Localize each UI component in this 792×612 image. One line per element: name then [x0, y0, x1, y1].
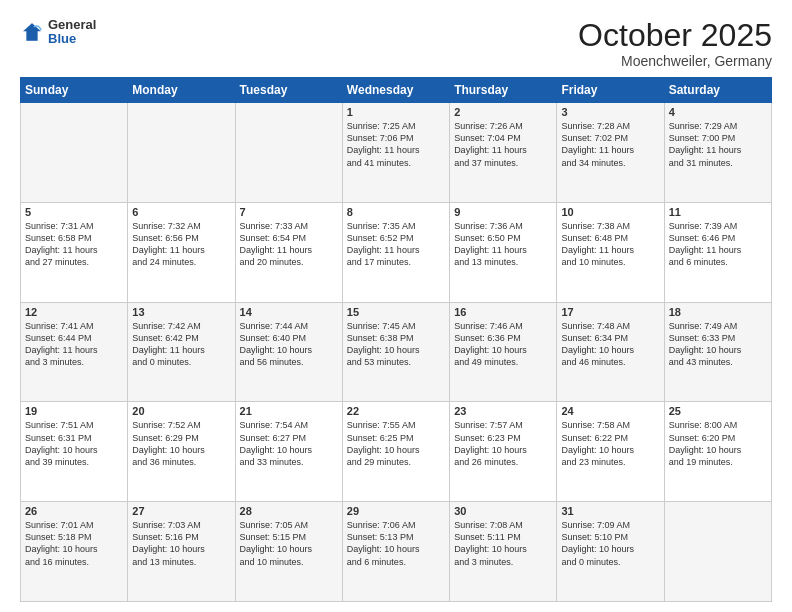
- day-number: 26: [25, 505, 123, 517]
- calendar-cell: 23Sunrise: 7:57 AM Sunset: 6:23 PM Dayli…: [450, 402, 557, 502]
- calendar-cell: 12Sunrise: 7:41 AM Sunset: 6:44 PM Dayli…: [21, 302, 128, 402]
- day-number: 17: [561, 306, 659, 318]
- cell-info: Sunrise: 7:08 AM Sunset: 5:11 PM Dayligh…: [454, 519, 552, 568]
- calendar-cell: 1Sunrise: 7:25 AM Sunset: 7:06 PM Daylig…: [342, 103, 449, 203]
- calendar-cell: 5Sunrise: 7:31 AM Sunset: 6:58 PM Daylig…: [21, 202, 128, 302]
- cell-info: Sunrise: 7:46 AM Sunset: 6:36 PM Dayligh…: [454, 320, 552, 369]
- cell-info: Sunrise: 7:31 AM Sunset: 6:58 PM Dayligh…: [25, 220, 123, 269]
- weekday-header-sunday: Sunday: [21, 78, 128, 103]
- cell-info: Sunrise: 7:36 AM Sunset: 6:50 PM Dayligh…: [454, 220, 552, 269]
- week-row-1: 1Sunrise: 7:25 AM Sunset: 7:06 PM Daylig…: [21, 103, 772, 203]
- cell-info: Sunrise: 7:45 AM Sunset: 6:38 PM Dayligh…: [347, 320, 445, 369]
- logo-text: General Blue: [48, 18, 96, 47]
- day-number: 4: [669, 106, 767, 118]
- cell-info: Sunrise: 7:57 AM Sunset: 6:23 PM Dayligh…: [454, 419, 552, 468]
- cell-info: Sunrise: 7:03 AM Sunset: 5:16 PM Dayligh…: [132, 519, 230, 568]
- weekday-header-tuesday: Tuesday: [235, 78, 342, 103]
- day-number: 19: [25, 405, 123, 417]
- calendar-cell: 7Sunrise: 7:33 AM Sunset: 6:54 PM Daylig…: [235, 202, 342, 302]
- cell-info: Sunrise: 7:44 AM Sunset: 6:40 PM Dayligh…: [240, 320, 338, 369]
- week-row-4: 19Sunrise: 7:51 AM Sunset: 6:31 PM Dayli…: [21, 402, 772, 502]
- calendar-cell: 27Sunrise: 7:03 AM Sunset: 5:16 PM Dayli…: [128, 502, 235, 602]
- calendar-cell: 29Sunrise: 7:06 AM Sunset: 5:13 PM Dayli…: [342, 502, 449, 602]
- cell-info: Sunrise: 7:26 AM Sunset: 7:04 PM Dayligh…: [454, 120, 552, 169]
- day-number: 29: [347, 505, 445, 517]
- page-header: General Blue October 2025 Moenchweiler, …: [20, 18, 772, 69]
- day-number: 9: [454, 206, 552, 218]
- calendar-cell: 26Sunrise: 7:01 AM Sunset: 5:18 PM Dayli…: [21, 502, 128, 602]
- calendar-cell: 16Sunrise: 7:46 AM Sunset: 6:36 PM Dayli…: [450, 302, 557, 402]
- logo: General Blue: [20, 18, 96, 47]
- day-number: 16: [454, 306, 552, 318]
- week-row-2: 5Sunrise: 7:31 AM Sunset: 6:58 PM Daylig…: [21, 202, 772, 302]
- day-number: 31: [561, 505, 659, 517]
- cell-info: Sunrise: 7:38 AM Sunset: 6:48 PM Dayligh…: [561, 220, 659, 269]
- calendar-cell: [235, 103, 342, 203]
- day-number: 18: [669, 306, 767, 318]
- calendar-cell: 18Sunrise: 7:49 AM Sunset: 6:33 PM Dayli…: [664, 302, 771, 402]
- cell-info: Sunrise: 7:48 AM Sunset: 6:34 PM Dayligh…: [561, 320, 659, 369]
- calendar-cell: 11Sunrise: 7:39 AM Sunset: 6:46 PM Dayli…: [664, 202, 771, 302]
- cell-info: Sunrise: 7:25 AM Sunset: 7:06 PM Dayligh…: [347, 120, 445, 169]
- day-number: 10: [561, 206, 659, 218]
- calendar-cell: 22Sunrise: 7:55 AM Sunset: 6:25 PM Dayli…: [342, 402, 449, 502]
- cell-info: Sunrise: 7:05 AM Sunset: 5:15 PM Dayligh…: [240, 519, 338, 568]
- calendar-cell: 28Sunrise: 7:05 AM Sunset: 5:15 PM Dayli…: [235, 502, 342, 602]
- day-number: 25: [669, 405, 767, 417]
- cell-info: Sunrise: 7:52 AM Sunset: 6:29 PM Dayligh…: [132, 419, 230, 468]
- weekday-header-wednesday: Wednesday: [342, 78, 449, 103]
- logo-icon: [20, 20, 44, 44]
- day-number: 15: [347, 306, 445, 318]
- cell-info: Sunrise: 7:29 AM Sunset: 7:00 PM Dayligh…: [669, 120, 767, 169]
- day-number: 28: [240, 505, 338, 517]
- calendar-cell: 14Sunrise: 7:44 AM Sunset: 6:40 PM Dayli…: [235, 302, 342, 402]
- day-number: 22: [347, 405, 445, 417]
- calendar-cell: 21Sunrise: 7:54 AM Sunset: 6:27 PM Dayli…: [235, 402, 342, 502]
- calendar-cell: 9Sunrise: 7:36 AM Sunset: 6:50 PM Daylig…: [450, 202, 557, 302]
- weekday-header-saturday: Saturday: [664, 78, 771, 103]
- cell-info: Sunrise: 7:55 AM Sunset: 6:25 PM Dayligh…: [347, 419, 445, 468]
- cell-info: Sunrise: 7:49 AM Sunset: 6:33 PM Dayligh…: [669, 320, 767, 369]
- cell-info: Sunrise: 7:42 AM Sunset: 6:42 PM Dayligh…: [132, 320, 230, 369]
- weekday-header-friday: Friday: [557, 78, 664, 103]
- logo-blue-text: Blue: [48, 32, 96, 46]
- day-number: 24: [561, 405, 659, 417]
- calendar-cell: 31Sunrise: 7:09 AM Sunset: 5:10 PM Dayli…: [557, 502, 664, 602]
- calendar-cell: 10Sunrise: 7:38 AM Sunset: 6:48 PM Dayli…: [557, 202, 664, 302]
- day-number: 14: [240, 306, 338, 318]
- calendar-cell: [21, 103, 128, 203]
- cell-info: Sunrise: 7:41 AM Sunset: 6:44 PM Dayligh…: [25, 320, 123, 369]
- weekday-header-row: SundayMondayTuesdayWednesdayThursdayFrid…: [21, 78, 772, 103]
- cell-info: Sunrise: 7:51 AM Sunset: 6:31 PM Dayligh…: [25, 419, 123, 468]
- calendar-cell: 6Sunrise: 7:32 AM Sunset: 6:56 PM Daylig…: [128, 202, 235, 302]
- week-row-5: 26Sunrise: 7:01 AM Sunset: 5:18 PM Dayli…: [21, 502, 772, 602]
- week-row-3: 12Sunrise: 7:41 AM Sunset: 6:44 PM Dayli…: [21, 302, 772, 402]
- day-number: 1: [347, 106, 445, 118]
- cell-info: Sunrise: 7:58 AM Sunset: 6:22 PM Dayligh…: [561, 419, 659, 468]
- title-block: October 2025 Moenchweiler, Germany: [578, 18, 772, 69]
- calendar-cell: 4Sunrise: 7:29 AM Sunset: 7:00 PM Daylig…: [664, 103, 771, 203]
- calendar-cell: 2Sunrise: 7:26 AM Sunset: 7:04 PM Daylig…: [450, 103, 557, 203]
- day-number: 20: [132, 405, 230, 417]
- day-number: 7: [240, 206, 338, 218]
- cell-info: Sunrise: 7:28 AM Sunset: 7:02 PM Dayligh…: [561, 120, 659, 169]
- cell-info: Sunrise: 7:32 AM Sunset: 6:56 PM Dayligh…: [132, 220, 230, 269]
- calendar-cell: 17Sunrise: 7:48 AM Sunset: 6:34 PM Dayli…: [557, 302, 664, 402]
- month-title: October 2025: [578, 18, 772, 53]
- calendar-cell: [664, 502, 771, 602]
- day-number: 8: [347, 206, 445, 218]
- day-number: 21: [240, 405, 338, 417]
- calendar-cell: 15Sunrise: 7:45 AM Sunset: 6:38 PM Dayli…: [342, 302, 449, 402]
- calendar-table: SundayMondayTuesdayWednesdayThursdayFrid…: [20, 77, 772, 602]
- day-number: 3: [561, 106, 659, 118]
- day-number: 6: [132, 206, 230, 218]
- location: Moenchweiler, Germany: [578, 53, 772, 69]
- cell-info: Sunrise: 7:33 AM Sunset: 6:54 PM Dayligh…: [240, 220, 338, 269]
- day-number: 27: [132, 505, 230, 517]
- calendar-cell: 8Sunrise: 7:35 AM Sunset: 6:52 PM Daylig…: [342, 202, 449, 302]
- day-number: 30: [454, 505, 552, 517]
- cell-info: Sunrise: 7:09 AM Sunset: 5:10 PM Dayligh…: [561, 519, 659, 568]
- day-number: 11: [669, 206, 767, 218]
- day-number: 5: [25, 206, 123, 218]
- day-number: 23: [454, 405, 552, 417]
